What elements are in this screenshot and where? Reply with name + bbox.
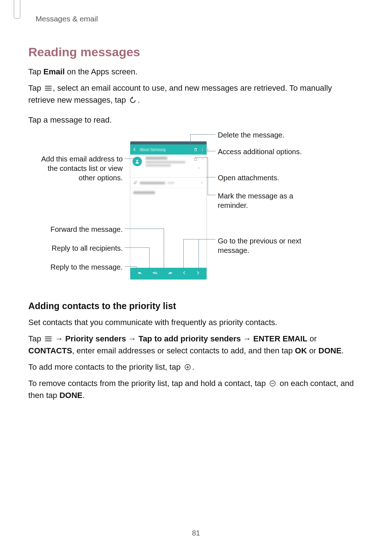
sender-date-blur: [146, 164, 171, 167]
prev-msg-icon: [182, 270, 187, 277]
bold-done: DONE: [318, 346, 342, 355]
attachment-name-blur: [140, 182, 165, 184]
header-icon-group: [193, 156, 204, 171]
leader-line: [149, 247, 150, 272]
svg-point-5: [202, 149, 203, 150]
text: →: [241, 334, 253, 343]
sender-name-blur: [146, 157, 167, 160]
text: , select an email account to use, and ne…: [28, 83, 332, 104]
next-msg-icon: [196, 270, 200, 277]
sub-para-add-more: To add more contacts to the priority lis…: [28, 361, 359, 373]
page-tab-decoration: [14, 0, 20, 19]
leader-line: [124, 229, 164, 229]
text: .: [138, 95, 140, 104]
remove-circle-icon: [269, 378, 277, 386]
attachment-size-blur: [167, 182, 175, 184]
callout-navigate: Go to the previous or next message.: [218, 236, 312, 255]
bold-tap-to-add: Tap to add priority senders: [139, 334, 241, 343]
toolbar-title-blur: About Samsung: [140, 148, 166, 152]
leader-line: [164, 229, 164, 272]
text: →: [53, 334, 65, 343]
menu-icon: [44, 83, 52, 90]
text: on the Apps screen.: [65, 67, 138, 76]
heading-reading-messages: Reading messages: [28, 45, 359, 59]
reply-all-icon: [152, 270, 158, 277]
callout-forward: Forward the message.: [35, 225, 123, 234]
svg-point-10: [203, 160, 203, 160]
bold-done2: DONE: [60, 391, 83, 400]
leader-line: [203, 151, 216, 151]
add-circle-icon: [184, 362, 192, 369]
sender-avatar: [132, 157, 142, 166]
attachment-row: [130, 177, 207, 188]
bottom-toolbar: [130, 268, 207, 279]
text: or: [307, 334, 317, 343]
body-text-blur: [133, 191, 155, 194]
chevron-right-icon: [200, 180, 204, 186]
bold-enter-email: ENTER EMAIL: [253, 334, 307, 343]
para-open-email: Tap Email on the Apps screen.: [28, 66, 359, 78]
sender-detail-blur: [146, 161, 185, 163]
reply-icon: [137, 270, 143, 277]
document-page: Messages & email Reading messages Tap Em…: [0, 0, 392, 554]
leader-line: [195, 157, 208, 158]
leader-line: [199, 239, 199, 272]
text: .: [342, 346, 344, 355]
bold-contacts: CONTACTS: [28, 346, 72, 355]
phone-statusbar: [130, 141, 207, 144]
star-icon: [193, 156, 198, 163]
callout-add-contact: Add this email address to the contacts l…: [35, 154, 123, 182]
callout-reply-all: Reply to all recipients.: [35, 243, 123, 253]
overflow-small-icon: [201, 156, 204, 163]
breadcrumb: Messages & email: [36, 15, 359, 23]
phone-toolbar: About Samsung: [130, 144, 207, 155]
leader-line: [183, 239, 184, 272]
text: Tap: [28, 83, 44, 93]
svg-point-8: [203, 158, 203, 158]
text: .: [192, 362, 195, 372]
message-body-area: [130, 188, 207, 197]
svg-point-4: [202, 148, 203, 149]
callout-reminder: Mark the message as a reminder.: [218, 191, 312, 210]
svg-point-7: [136, 160, 138, 161]
leader-line: [208, 157, 208, 195]
callout-delete: Delete the message.: [218, 130, 284, 140]
leader-line: [124, 247, 149, 248]
text: Tap: [28, 67, 44, 76]
text: To remove contacts from the priority lis…: [28, 379, 268, 388]
leader-line: [208, 195, 216, 195]
sub-heading-priority: Adding contacts to the priority list: [28, 301, 359, 311]
leader-line: [208, 148, 208, 151]
text: To add more contacts to the priority lis…: [28, 362, 183, 372]
back-icon: [132, 147, 137, 152]
callout-reply: Reply to the message.: [35, 262, 123, 272]
sub-para-steps: Tap → Priority senders → Tap to add prio…: [28, 333, 359, 357]
bold-ok: OK: [295, 346, 307, 355]
paperclip-icon: [133, 180, 138, 186]
text: Tap: [28, 334, 44, 343]
message-header: [130, 155, 207, 177]
text: →: [126, 334, 138, 343]
text: , enter email addresses or select contac…: [72, 346, 295, 355]
message-screen-diagram: About Samsung: [28, 130, 344, 286]
callout-options: Access additional options.: [218, 147, 302, 156]
callout-attachments: Open attachments.: [218, 173, 279, 182]
para-tap-to-read: Tap a message to read.: [28, 114, 359, 126]
text: or: [307, 346, 319, 355]
leader-line: [190, 134, 216, 135]
leader-line: [124, 266, 136, 267]
expand-icon: [196, 165, 201, 171]
para-retrieve: Tap , select an email account to use, an…: [28, 82, 359, 106]
menu-icon: [44, 334, 52, 341]
leader-line: [124, 159, 135, 159]
page-number: 81: [0, 529, 392, 537]
leader-line: [136, 266, 136, 272]
svg-point-9: [203, 159, 203, 159]
sub-para-remove: To remove contacts from the priority lis…: [28, 377, 359, 401]
trash-icon: [193, 147, 198, 152]
forward-icon: [167, 270, 173, 277]
svg-marker-3: [131, 97, 133, 99]
text: .: [82, 391, 85, 400]
leader-line: [183, 239, 216, 239]
phone-mock: About Samsung: [130, 141, 207, 280]
